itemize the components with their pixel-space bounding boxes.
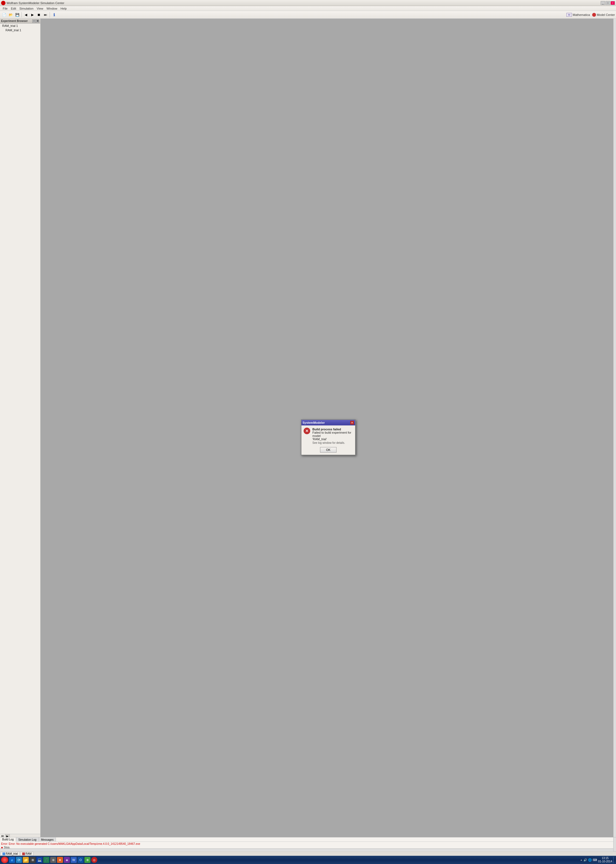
tree-item-ram-trial-1b[interactable]: RAM_trial 1 [0, 28, 40, 32]
taskbar-icon-10[interactable]: W [71, 857, 77, 863]
panel-header: Experiment Browser × ⊞ [0, 19, 40, 24]
minimize-button[interactable]: _ [601, 1, 605, 5]
menu-bar: File Edit Simulation View Window Help [0, 6, 616, 11]
panel-title: Experiment Browser [1, 19, 28, 22]
tree-item-ram-trial-1[interactable]: RAM_trial 1 [0, 24, 40, 28]
taskbar: e ⟳ 📁 ⊞ 💻 🎵 ⊛ ★ ◈ W O ⊕ ◎ ▲ 🔊 🌐 ⌨ 13:15 … [0, 856, 616, 864]
error-dialog: SystemModeler × ✕ Build process failed F… [301, 419, 356, 455]
menu-edit[interactable]: Edit [9, 7, 18, 10]
file-tab-icon-1 [3, 853, 5, 855]
stop-button[interactable]: ⏹ [36, 12, 42, 18]
taskbar-right-area: ▲ 🔊 🌐 ⌨ 13:15 01-10-2014 [580, 856, 615, 863]
maximize-button[interactable]: □ [606, 1, 610, 5]
experiment-browser-panel: Experiment Browser × ⊞ RAM_trial 1 RAM_t… [0, 19, 41, 856]
model-center-label: Model Center [597, 13, 615, 16]
info-button[interactable]: ℹ [51, 12, 57, 18]
toolbar: 📄 📂 💾 ◀ ▶ ⏹ ⏭ ℹ M Mathematica Model Cent… [0, 11, 616, 19]
mathematica-icon: M [566, 13, 572, 17]
taskbar-folder-icon[interactable]: 📁 [23, 857, 29, 863]
simulation-canvas: SystemModeler × ✕ Build process failed F… [41, 19, 616, 856]
systray-arrow[interactable]: ▲ [580, 859, 583, 861]
window-title: Wolfram SystemModeler Simulation Center [6, 2, 601, 5]
menu-help[interactable]: Help [59, 7, 69, 10]
panel-pin-btn[interactable]: ⊞ [36, 19, 39, 23]
taskbar-clock[interactable]: 13:15 01-10-2014 [598, 856, 612, 863]
taskbar-icon-8[interactable]: ★ [57, 857, 63, 863]
systray-area: ▲ 🔊 🌐 ⌨ [580, 858, 597, 862]
toolbar-links: M Mathematica Model Center [566, 13, 615, 17]
open-button[interactable]: 📂 [8, 12, 14, 18]
mathematica-label: Mathematica [573, 13, 590, 16]
taskbar-icon-7[interactable]: ⊛ [50, 857, 56, 863]
dialog-close-button[interactable]: × [350, 421, 354, 425]
error-icon: ✕ [303, 428, 310, 434]
menu-view[interactable]: View [35, 7, 45, 10]
systray-icon-3: ⌨ [593, 858, 597, 862]
dialog-ok-button[interactable]: OK [320, 447, 336, 453]
dialog-icon-row: ✕ Build process failed Failed to build e… [303, 428, 353, 444]
clock-date: 01-10-2014 [598, 860, 612, 863]
taskbar-icon-4[interactable]: ⊞ [30, 857, 36, 863]
dialog-body: ✕ Build process failed Failed to build e… [302, 425, 355, 455]
save-button[interactable]: 💾 [14, 12, 20, 18]
clock-time: 13:15 [602, 856, 608, 860]
file-tab-ram-trial[interactable]: RAM_trial [0, 851, 20, 856]
menu-file[interactable]: File [1, 7, 9, 10]
start-button[interactable] [1, 856, 8, 863]
taskbar-outlook-icon[interactable]: O [77, 857, 83, 863]
app-logo [1, 1, 5, 5]
file-tab-icon-2 [22, 853, 25, 855]
dialog-message-area: Build process failed Failed to build exp… [313, 428, 353, 444]
back-button[interactable]: ◀ [23, 12, 29, 18]
window-controls: _ □ × [601, 1, 615, 5]
run-button[interactable]: ▶ [29, 12, 35, 18]
taskbar-icon-13[interactable]: ◎ [91, 857, 97, 863]
main-area: Experiment Browser × ⊞ RAM_trial 1 RAM_t… [0, 19, 616, 856]
dialog-body-line1: Failed to build experiment for model [313, 431, 353, 438]
menu-window[interactable]: Window [45, 7, 59, 10]
systray-icon-2: 🌐 [588, 858, 592, 862]
menu-simulation[interactable]: Simulation [18, 7, 35, 10]
taskbar-icon-6[interactable]: 🎵 [43, 857, 49, 863]
dialog-title-bar: SystemModeler × [302, 420, 355, 425]
model-center-link[interactable]: Model Center [592, 13, 615, 17]
dialog-model-name: 'RAM_trial' [313, 438, 353, 441]
step-button[interactable]: ⏭ [42, 12, 49, 18]
file-tab-ram[interactable]: RAM [20, 851, 33, 856]
log-tab-simulation[interactable]: Simulation Log [16, 837, 39, 842]
close-button[interactable]: × [611, 1, 615, 5]
panel-collapse-btn[interactable]: × [32, 19, 36, 23]
taskbar-icon-12[interactable]: ⊕ [85, 857, 90, 863]
dialog-title: SystemModeler [303, 421, 350, 424]
title-bar: Wolfram SystemModeler Simulation Center … [0, 0, 616, 6]
mathematica-link[interactable]: M Mathematica [566, 13, 590, 17]
show-desktop-btn[interactable] [613, 856, 615, 863]
toolbar-separator-1 [21, 12, 22, 17]
log-tab-build[interactable]: Build Log [0, 837, 16, 842]
taskbar-icon-5[interactable]: 💻 [36, 857, 42, 863]
taskbar-icon-9[interactable]: ◈ [64, 857, 70, 863]
dialog-heading: Build process failed [313, 428, 353, 431]
panel-controls: × ⊞ [32, 19, 39, 23]
taskbar-icon-2[interactable]: ⟳ [16, 857, 22, 863]
taskbar-ie-icon[interactable]: e [9, 857, 15, 863]
error-dialog-overlay: SystemModeler × ✕ Build process failed F… [41, 19, 616, 856]
dialog-details: See log window for details. [313, 441, 353, 444]
new-button[interactable]: 📄 [1, 12, 7, 18]
systray-icon-1: 🔊 [583, 858, 587, 862]
model-center-icon [592, 13, 596, 17]
